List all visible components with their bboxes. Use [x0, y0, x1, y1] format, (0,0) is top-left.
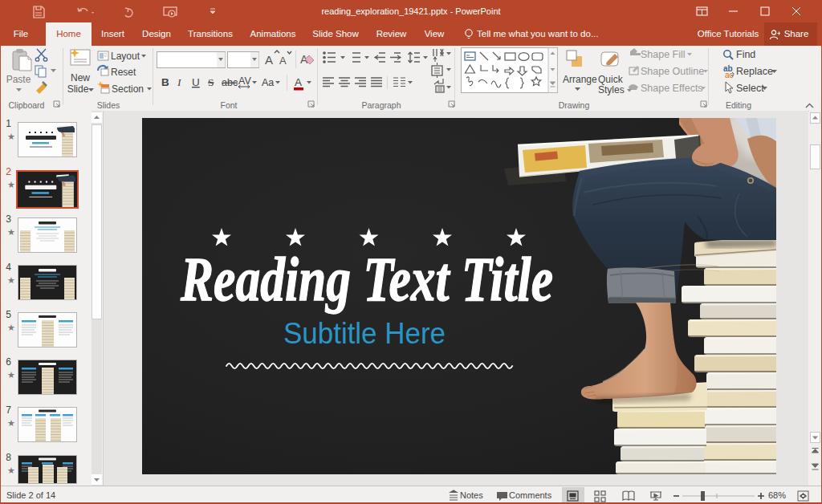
svg-text:Paste: Paste — [6, 74, 31, 85]
svg-text:U: U — [192, 76, 200, 88]
svg-text:Arrange: Arrange — [563, 74, 597, 85]
svg-text:AV: AV — [238, 75, 251, 87]
svg-text:Quick: Quick — [598, 74, 624, 85]
svg-text:A: A — [279, 55, 287, 67]
svg-text:Aa: Aa — [262, 77, 274, 88]
svg-text:Shape Outline: Shape Outline — [641, 66, 704, 77]
svg-text:I: I — [177, 76, 182, 88]
svg-text:Reset: Reset — [111, 67, 136, 78]
svg-text:abc: abc — [222, 77, 238, 88]
svg-text:New: New — [71, 72, 90, 83]
svg-text:B: B — [161, 76, 169, 88]
svg-text:A: A — [265, 53, 273, 67]
svg-text:Styles: Styles — [598, 84, 625, 96]
svg-text:Replace: Replace — [736, 66, 773, 77]
svg-text:Layout: Layout — [111, 51, 140, 62]
svg-text:Reading Text Title: Reading Text Title — [180, 244, 553, 314]
svg-text:A: A — [295, 76, 302, 88]
svg-text:Find: Find — [736, 49, 755, 60]
svg-text:Shape Effects: Shape Effects — [641, 83, 703, 94]
svg-text:Section: Section — [112, 83, 144, 95]
svg-text:S: S — [208, 76, 214, 88]
svg-text:Slide: Slide — [67, 83, 89, 95]
svg-text:Subtitle Here: Subtitle Here — [283, 317, 446, 350]
svg-text:Select: Select — [736, 83, 764, 94]
svg-text:Shape Fill: Shape Fill — [641, 49, 686, 60]
